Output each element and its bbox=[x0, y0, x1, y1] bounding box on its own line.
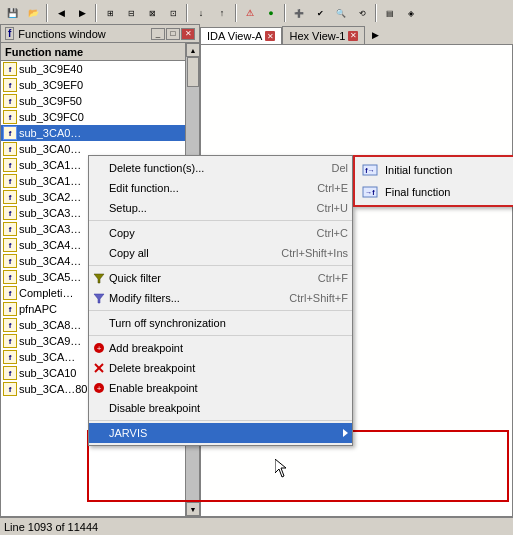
toolbar-btn-2[interactable]: ⊟ bbox=[121, 3, 141, 23]
panel-close-btn[interactable]: ✕ bbox=[181, 28, 195, 40]
menu-item-edit-function[interactable]: Edit function... Ctrl+E bbox=[89, 178, 352, 198]
bp-del-icon bbox=[92, 361, 106, 375]
toolbar-btn-5[interactable]: ↓ bbox=[191, 3, 211, 23]
toolbar-separator-6 bbox=[375, 4, 377, 22]
toolbar-btn-8[interactable]: ✔ bbox=[310, 3, 330, 23]
scroll-down-arrow[interactable]: ▼ bbox=[186, 502, 200, 516]
tab-ida-view-close[interactable]: ✕ bbox=[265, 31, 275, 41]
func-icon: f bbox=[3, 142, 17, 156]
toolbar-separator-2 bbox=[95, 4, 97, 22]
toolbar-btn-open[interactable]: 📂 bbox=[23, 3, 43, 23]
list-item[interactable]: f sub_3C9E40 bbox=[1, 61, 199, 77]
menu-item-jarvis-label: JARVIS bbox=[109, 427, 343, 439]
menu-item-enable-breakpoint-label: Enable breakpoint bbox=[109, 382, 348, 394]
menu-item-copy-shortcut: Ctrl+C bbox=[317, 227, 348, 239]
menu-item-turn-off-sync[interactable]: Turn off synchronization bbox=[89, 313, 352, 333]
menu-item-copy[interactable]: Copy Ctrl+C bbox=[89, 223, 352, 243]
panel-minimize-btn[interactable]: _ bbox=[151, 28, 165, 40]
func-name: sub_3CA4… bbox=[19, 239, 81, 251]
func-icon: f bbox=[3, 286, 17, 300]
func-name: sub_3CA2… bbox=[19, 191, 81, 203]
menu-item-modify-filters-shortcut: Ctrl+Shift+F bbox=[289, 292, 348, 304]
context-menu: Delete function(s)... Del Edit function.… bbox=[88, 155, 353, 446]
list-item[interactable]: f sub_3C9F50 bbox=[1, 93, 199, 109]
func-icon: f bbox=[3, 350, 17, 364]
list-item[interactable]: f sub_3C9EF0 bbox=[1, 77, 199, 93]
toolbar-btn-1[interactable]: ⊞ bbox=[100, 3, 120, 23]
menu-item-modify-filters[interactable]: Modify filters... Ctrl+Shift+F bbox=[89, 288, 352, 308]
toolbar-separator-5 bbox=[284, 4, 286, 22]
func-icon: f bbox=[3, 238, 17, 252]
func-name: pfnAPC bbox=[19, 303, 57, 315]
list-item[interactable]: f sub_3C9FC0 bbox=[1, 109, 199, 125]
menu-item-jarvis[interactable]: JARVIS bbox=[89, 423, 352, 443]
func-icon: f bbox=[3, 318, 17, 332]
menu-item-enable-breakpoint[interactable]: + Enable breakpoint bbox=[89, 378, 352, 398]
func-name: sub_3CA…80 bbox=[19, 383, 88, 395]
toolbar-btn-12[interactable]: ◈ bbox=[401, 3, 421, 23]
scroll-thumb[interactable] bbox=[187, 57, 199, 87]
tab-ida-view[interactable]: IDA View-A ✕ bbox=[200, 27, 282, 45]
func-icon: f bbox=[3, 382, 17, 396]
func-icon: f bbox=[3, 334, 17, 348]
func-icon: f bbox=[3, 190, 17, 204]
submenu-item-initial-function[interactable]: f→ Initial function bbox=[355, 159, 513, 181]
toolbar-btn-4[interactable]: ⊡ bbox=[163, 3, 183, 23]
panel-restore-btn[interactable]: □ bbox=[166, 28, 180, 40]
svg-text:f→: f→ bbox=[365, 167, 374, 174]
func-icon: f bbox=[3, 302, 17, 316]
func-icon: f bbox=[3, 126, 17, 140]
menu-item-turn-off-sync-label: Turn off synchronization bbox=[109, 317, 348, 329]
menu-item-delete-breakpoint[interactable]: Delete breakpoint bbox=[89, 358, 352, 378]
menu-item-quick-filter-shortcut: Ctrl+F bbox=[318, 272, 348, 284]
toolbar-btn-6[interactable]: ↑ bbox=[212, 3, 232, 23]
menu-item-modify-filters-label: Modify filters... bbox=[109, 292, 269, 304]
func-name: sub_3C9F50 bbox=[19, 95, 82, 107]
menu-item-delete-functions[interactable]: Delete function(s)... Del bbox=[89, 158, 352, 178]
list-item[interactable]: f sub_3CA0… bbox=[1, 125, 199, 141]
menu-item-copy-all[interactable]: Copy all Ctrl+Shift+Ins bbox=[89, 243, 352, 263]
toolbar-btn-green[interactable]: ● bbox=[261, 3, 281, 23]
toolbar-btn-save[interactable]: 💾 bbox=[2, 3, 22, 23]
menu-item-delete-breakpoint-label: Delete breakpoint bbox=[109, 362, 348, 374]
toolbar-btn-9[interactable]: 🔍 bbox=[331, 3, 351, 23]
func-icon: f bbox=[3, 174, 17, 188]
toolbar-btn-10[interactable]: ⟲ bbox=[352, 3, 372, 23]
tab-hex-view-close[interactable]: ✕ bbox=[348, 31, 358, 41]
menu-item-quick-filter-label: Quick filter bbox=[109, 272, 298, 284]
main-window: 💾 📂 ◀ ▶ ⊞ ⊟ ⊠ ⊡ ↓ ↑ ⚠ ● ➕ ✔ 🔍 ⟲ ▤ ◈ bbox=[0, 0, 513, 535]
menu-item-copy-label: Copy bbox=[109, 227, 297, 239]
toolbar-btn-3[interactable]: ⊠ bbox=[142, 3, 162, 23]
initial-function-label: Initial function bbox=[385, 164, 452, 176]
tab-extra-btn[interactable]: ▶ bbox=[367, 26, 383, 44]
menu-item-quick-filter[interactable]: Quick filter Ctrl+F bbox=[89, 268, 352, 288]
menu-item-add-breakpoint[interactable]: + Add breakpoint bbox=[89, 338, 352, 358]
toolbar-btn-fwd[interactable]: ▶ bbox=[72, 3, 92, 23]
tab-hex-view[interactable]: Hex View-1 ✕ bbox=[282, 26, 365, 44]
func-icon: f bbox=[3, 110, 17, 124]
menu-separator-4 bbox=[89, 335, 352, 336]
menu-item-disable-breakpoint[interactable]: Disable breakpoint bbox=[89, 398, 352, 418]
panel-title-buttons: _ □ ✕ bbox=[151, 28, 195, 40]
func-name: sub_3C9E40 bbox=[19, 63, 83, 75]
filter2-icon bbox=[92, 291, 106, 305]
func-name: sub_3CA1… bbox=[19, 159, 81, 171]
func-name: sub_3CA5… bbox=[19, 271, 81, 283]
toolbar-separator-4 bbox=[235, 4, 237, 22]
toolbar-btn-back[interactable]: ◀ bbox=[51, 3, 71, 23]
func-name: sub_3CA0… bbox=[19, 127, 81, 139]
menu-separator-5 bbox=[89, 420, 352, 421]
menu-item-disable-breakpoint-label: Disable breakpoint bbox=[109, 402, 348, 414]
jarvis-submenu: f→ Initial function →f Final function bbox=[353, 155, 513, 207]
submenu-arrow-icon bbox=[343, 429, 348, 437]
submenu-item-final-function[interactable]: →f Final function bbox=[355, 181, 513, 203]
toolbar-btn-warn[interactable]: ⚠ bbox=[240, 3, 260, 23]
scroll-up-arrow[interactable]: ▲ bbox=[186, 43, 200, 57]
menu-item-setup[interactable]: Setup... Ctrl+U bbox=[89, 198, 352, 218]
func-icon: f bbox=[3, 62, 17, 76]
toolbar-btn-11[interactable]: ▤ bbox=[380, 3, 400, 23]
tab-ida-view-label: IDA View-A bbox=[207, 30, 262, 42]
toolbar-btn-7[interactable]: ➕ bbox=[289, 3, 309, 23]
func-name: sub_3C9EF0 bbox=[19, 79, 83, 91]
func-name: sub_3CA3… bbox=[19, 223, 81, 235]
